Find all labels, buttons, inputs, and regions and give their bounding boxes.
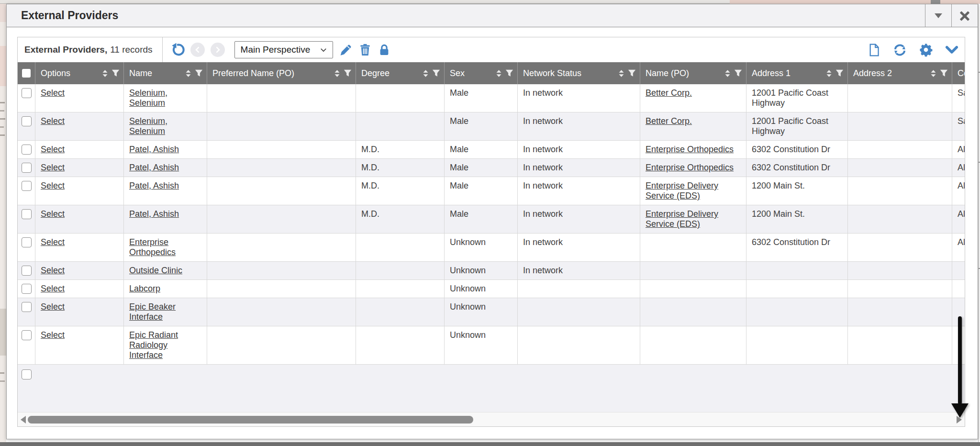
provider-name-link[interactable]: Epic Radiant Radiology Interface xyxy=(129,330,178,360)
edit-perspective-button[interactable] xyxy=(339,43,353,57)
row-checkbox[interactable] xyxy=(22,284,32,294)
filter-icon[interactable] xyxy=(111,69,120,78)
select-link[interactable]: Select xyxy=(41,116,65,126)
provider-name-link[interactable]: Patel, Ashish xyxy=(129,181,179,190)
provider-name-link[interactable]: Patel, Ashish xyxy=(129,145,179,154)
provider-name-link[interactable]: Patel, Ashish xyxy=(129,163,179,172)
select-link[interactable]: Select xyxy=(41,237,65,247)
lock-perspective-button[interactable] xyxy=(378,43,391,56)
sort-icon[interactable] xyxy=(185,69,191,78)
column-header-preferred-name-po[interactable]: Preferred Name (PO) xyxy=(207,62,356,84)
row-checkbox[interactable] xyxy=(22,369,32,379)
cell-options: Select xyxy=(35,141,124,158)
filter-icon[interactable] xyxy=(940,69,948,78)
row-checkbox[interactable] xyxy=(22,237,32,247)
horizontal-scrollbar[interactable] xyxy=(18,412,965,426)
menu-arrow-icon xyxy=(935,13,942,18)
column-header-address-2[interactable]: Address 2 xyxy=(848,62,952,84)
select-link[interactable]: Select xyxy=(41,302,65,312)
select-all-checkbox[interactable] xyxy=(22,69,31,78)
column-header-select-all[interactable] xyxy=(18,62,35,84)
scrollbar-thumb[interactable] xyxy=(28,416,473,424)
table-row: SelectPatel, AshishM.D.MaleIn networkEnt… xyxy=(18,159,965,177)
sort-icon[interactable] xyxy=(102,69,108,78)
provider-name-link[interactable]: Enterprise Orthopedics xyxy=(129,237,176,257)
window-menu-button[interactable] xyxy=(925,4,951,27)
sort-icon[interactable] xyxy=(724,69,731,78)
background-fragment xyxy=(0,126,4,128)
select-link[interactable]: Select xyxy=(41,266,65,275)
filter-icon[interactable] xyxy=(344,69,352,78)
sort-icon[interactable] xyxy=(423,69,429,78)
cell-preferred-name-po xyxy=(207,262,356,279)
select-link[interactable]: Select xyxy=(41,284,65,293)
sort-icon[interactable] xyxy=(826,69,832,78)
column-header-sex[interactable]: Sex xyxy=(445,62,518,84)
select-link[interactable]: Select xyxy=(41,330,65,340)
filter-icon[interactable] xyxy=(628,69,636,78)
undo-button[interactable] xyxy=(170,43,185,57)
filter-icon[interactable] xyxy=(505,69,513,78)
provider-name-link[interactable]: Selenium, Selenium xyxy=(129,116,167,136)
provider-org-link[interactable]: Better Corp. xyxy=(646,116,692,126)
collapse-grid-button[interactable] xyxy=(945,43,959,57)
sort-icon[interactable] xyxy=(930,69,936,78)
cell-text: In network xyxy=(523,145,563,154)
select-link[interactable]: Select xyxy=(41,88,65,98)
scroll-left-icon[interactable] xyxy=(21,416,26,424)
row-checkbox[interactable] xyxy=(22,266,32,276)
next-button[interactable] xyxy=(211,43,225,57)
scroll-right-icon[interactable] xyxy=(957,416,962,424)
row-checkbox[interactable] xyxy=(22,330,32,340)
column-header-address-1[interactable]: Address 1 xyxy=(746,62,848,84)
sort-icon[interactable] xyxy=(334,69,340,78)
cell-text: Unknown xyxy=(450,266,486,275)
filter-icon[interactable] xyxy=(195,69,203,78)
filter-icon[interactable] xyxy=(734,69,742,78)
filter-icon[interactable] xyxy=(432,69,440,78)
cell-address-2 xyxy=(848,141,952,158)
row-checkbox[interactable] xyxy=(22,145,32,155)
cell-options: Select xyxy=(35,326,124,364)
column-header-name[interactable]: Name xyxy=(124,62,207,84)
settings-button[interactable] xyxy=(919,43,933,57)
provider-org-link[interactable]: Better Corp. xyxy=(646,88,692,98)
cell-text: M.D. xyxy=(361,145,379,154)
select-link[interactable]: Select xyxy=(41,181,65,190)
new-record-button[interactable] xyxy=(867,43,881,57)
select-link[interactable]: Select xyxy=(41,145,65,154)
column-header-coun[interactable]: Coun xyxy=(952,62,965,84)
row-checkbox[interactable] xyxy=(22,116,32,126)
provider-name-link[interactable]: Outside Clinic xyxy=(129,266,182,275)
select-link[interactable]: Select xyxy=(41,209,65,219)
column-header-name-po[interactable]: Name (PO) xyxy=(640,62,746,84)
sort-icon[interactable] xyxy=(618,69,624,78)
background-fragment xyxy=(0,309,6,356)
provider-org-link[interactable]: Enterprise Delivery Service (EDS) xyxy=(646,209,718,229)
row-checkbox[interactable] xyxy=(22,209,32,219)
provider-name-link[interactable]: Epic Beaker Interface xyxy=(129,302,176,322)
previous-button[interactable] xyxy=(190,43,205,57)
row-checkbox[interactable] xyxy=(22,163,32,173)
row-checkbox[interactable] xyxy=(22,181,32,191)
perspective-select[interactable]: Main Perspective xyxy=(234,41,333,58)
provider-name-link[interactable]: Labcorp xyxy=(129,284,160,293)
refresh-button[interactable] xyxy=(892,43,907,57)
delete-perspective-button[interactable] xyxy=(358,43,372,56)
column-header-options[interactable]: Options xyxy=(35,62,124,84)
provider-org-link[interactable]: Enterprise Orthopedics xyxy=(646,163,734,172)
row-checkbox[interactable] xyxy=(22,302,32,312)
sort-icon[interactable] xyxy=(496,69,502,78)
provider-org-link[interactable]: Enterprise Delivery Service (EDS) xyxy=(646,181,718,201)
row-checkbox[interactable] xyxy=(22,88,32,98)
cell-checkbox xyxy=(18,177,35,205)
provider-name-link[interactable]: Patel, Ashish xyxy=(129,209,179,219)
column-header-degree[interactable]: Degree xyxy=(356,62,445,84)
column-header-network-status[interactable]: Network Status xyxy=(518,62,640,84)
window-close-button[interactable] xyxy=(951,4,978,27)
select-link[interactable]: Select xyxy=(41,163,65,172)
provider-name-link[interactable]: Selenium, Selenium xyxy=(129,88,167,108)
filter-icon[interactable] xyxy=(835,69,844,78)
provider-org-link[interactable]: Enterprise Orthopedics xyxy=(646,145,734,154)
cell-options: Select xyxy=(35,234,124,261)
